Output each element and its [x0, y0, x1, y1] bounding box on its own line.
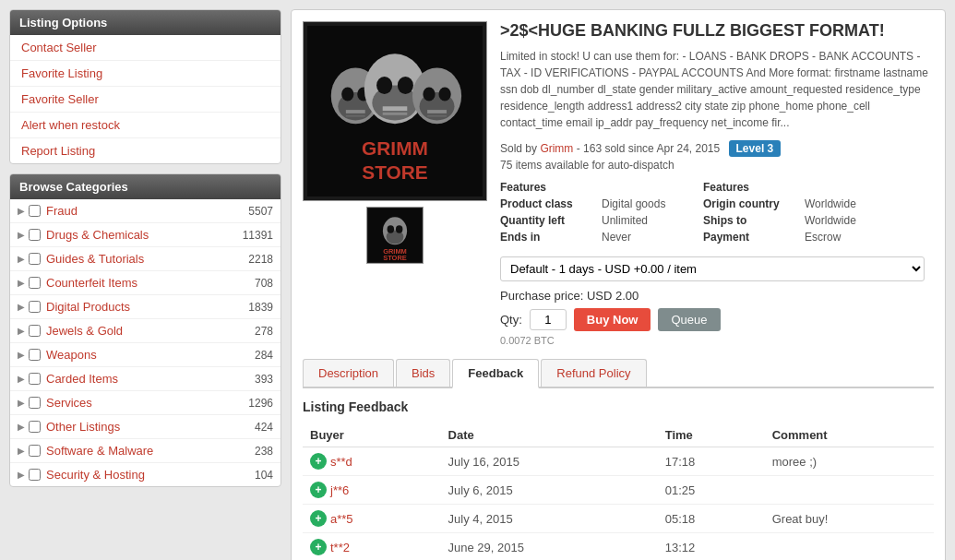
product-class-value: Digital goods — [602, 197, 665, 210]
cat-checkbox[interactable] — [29, 397, 41, 409]
positive-icon: + — [310, 482, 327, 498]
ships-to-label: Ships to — [703, 214, 805, 227]
feedback-buyer: +a**5 — [303, 505, 441, 533]
cat-expand-icon[interactable]: ▶ — [18, 374, 25, 384]
category-row-other-listings[interactable]: ▶ Other Listings 424 — [10, 415, 281, 439]
cat-checkbox[interactable] — [29, 469, 41, 481]
cat-checkbox[interactable] — [29, 253, 41, 265]
cat-checkbox[interactable] — [29, 421, 41, 433]
product-images: GRIMM STORE GRIMM STORE — [303, 21, 487, 346]
category-row-fraud[interactable]: ▶ Fraud 5507 — [10, 199, 281, 223]
svg-text:STORE: STORE — [383, 254, 407, 262]
features-header-left: Features — [500, 181, 685, 194]
feedback-section: Listing Feedback BuyerDateTimeComment +s… — [303, 399, 934, 560]
sidebar-link-report-listing[interactable]: Report Listing — [10, 138, 281, 163]
seller-link[interactable]: Grimm — [540, 142, 573, 155]
buyer-link[interactable]: j**6 — [330, 483, 349, 497]
cat-expand-icon[interactable]: ▶ — [18, 422, 25, 432]
cat-checkbox[interactable] — [29, 205, 41, 217]
cat-expand-icon[interactable]: ▶ — [18, 206, 25, 216]
cat-checkbox[interactable] — [29, 373, 41, 385]
feedback-buyer: +j**6 — [303, 476, 441, 505]
buyer-link[interactable]: a**5 — [330, 512, 353, 526]
category-row-digital-products[interactable]: ▶ Digital Products 1839 — [10, 295, 281, 319]
category-row-services[interactable]: ▶ Services 1296 — [10, 391, 281, 415]
feedback-date: July 6, 2015 — [441, 476, 658, 505]
cat-expand-icon[interactable]: ▶ — [18, 470, 25, 480]
origin-country-label: Origin country — [703, 197, 805, 210]
feedback-time: 17:18 — [658, 447, 765, 476]
cat-name: Counterfeit Items — [46, 276, 251, 290]
cat-expand-icon[interactable]: ▶ — [18, 446, 25, 456]
features-col-right: Features Origin country Worldwide Ships … — [703, 181, 888, 247]
tab-description[interactable]: Description — [303, 359, 394, 387]
cat-expand-icon[interactable]: ▶ — [18, 230, 25, 240]
feedback-date: July 4, 2015 — [441, 505, 658, 533]
queue-button[interactable]: Queue — [658, 308, 720, 331]
category-row-counterfeit-items[interactable]: ▶ Counterfeit Items 708 — [10, 271, 281, 295]
sidebar-link-favorite-seller[interactable]: Favorite Seller — [10, 87, 281, 113]
cat-count: 2218 — [248, 253, 273, 266]
cat-checkbox[interactable] — [29, 445, 41, 457]
thumbnail-image[interactable]: GRIMM STORE — [366, 207, 424, 264]
payment-value: Escrow — [805, 231, 841, 244]
cat-expand-icon[interactable]: ▶ — [18, 254, 25, 264]
quantity-left-row: Quantity left Unlimited — [500, 214, 685, 227]
tab-refund-policy[interactable]: Refund Policy — [541, 359, 646, 387]
cat-checkbox[interactable] — [29, 301, 41, 313]
feedback-time: 05:18 — [658, 505, 765, 533]
cat-name: Weapons — [46, 348, 251, 362]
cat-expand-icon[interactable]: ▶ — [18, 398, 25, 408]
tab-bids[interactable]: Bids — [396, 359, 450, 387]
positive-icon: + — [310, 539, 327, 555]
cat-name: Jewels & Gold — [46, 324, 251, 338]
sidebar-link-favorite-listing[interactable]: Favorite Listing — [10, 61, 281, 87]
cat-expand-icon[interactable]: ▶ — [18, 326, 25, 336]
cat-count: 278 — [255, 325, 273, 338]
level-badge: Level 3 — [729, 140, 782, 157]
sidebar-link-contact-seller[interactable]: Contact Seller — [10, 35, 281, 61]
main-content: GRIMM STORE GRIMM STORE — [291, 9, 946, 560]
buyer-link[interactable]: t**2 — [330, 541, 350, 554]
category-row-jewels-&-gold[interactable]: ▶ Jewels & Gold 278 — [10, 319, 281, 343]
feedback-row: +s**dJuly 16, 201517:18moree ;) — [303, 447, 934, 476]
cat-expand-icon[interactable]: ▶ — [18, 350, 25, 360]
category-row-weapons[interactable]: ▶ Weapons 284 — [10, 343, 281, 367]
shipping-select[interactable]: Default - 1 days - USD +0.00 / item — [500, 256, 925, 281]
cat-checkbox[interactable] — [29, 277, 41, 289]
quantity-left-label: Quantity left — [500, 214, 602, 227]
feedback-date: July 16, 2015 — [441, 447, 658, 476]
cat-checkbox[interactable] — [29, 349, 41, 361]
feedback-date: June 29, 2015 — [441, 533, 658, 561]
origin-country-value: Worldwide — [805, 197, 856, 210]
feedback-row: +j**6July 6, 201501:25 — [303, 476, 934, 505]
purchase-price-label: Purchase price: — [500, 289, 583, 303]
sidebar-link-alert-restock[interactable]: Alert when restock — [10, 113, 281, 138]
cat-count: 1296 — [248, 397, 273, 410]
product-class-label: Product class — [500, 197, 602, 210]
category-row-software-&-malware[interactable]: ▶ Software & Malware 238 — [10, 439, 281, 463]
qty-input[interactable] — [530, 309, 567, 330]
buy-now-button[interactable]: Buy Now — [574, 308, 651, 331]
cat-expand-icon[interactable]: ▶ — [18, 302, 25, 312]
ships-to-row: Ships to Worldwide — [703, 214, 888, 227]
features-col-left: Features Product class Digital goods Qua… — [500, 181, 685, 247]
feedback-section-title: Listing Feedback — [303, 399, 934, 414]
feedback-row: +a**5July 4, 201505:18Great buy! — [303, 505, 934, 533]
cat-expand-icon[interactable]: ▶ — [18, 278, 25, 288]
col-header-date: Date — [441, 423, 658, 447]
tab-feedback[interactable]: Feedback — [452, 359, 539, 388]
cat-checkbox[interactable] — [29, 229, 41, 241]
category-row-drugs-&-chemicals[interactable]: ▶ Drugs & Chemicals 11391 — [10, 223, 281, 247]
cat-checkbox[interactable] — [29, 325, 41, 337]
svg-point-25 — [396, 225, 402, 232]
buyer-link[interactable]: s**d — [330, 455, 352, 469]
category-row-carded-items[interactable]: ▶ Carded Items 393 — [10, 367, 281, 391]
ends-in-row: Ends in Never — [500, 231, 685, 244]
product-title: >2$<HUGE BANKING FULLZ BIGGEST FORMAT! — [500, 21, 934, 41]
quantity-left-value: Unlimited — [602, 214, 648, 227]
category-row-guides-&-tutorials[interactable]: ▶ Guides & Tutorials 2218 — [10, 247, 281, 271]
browse-categories-title: Browse Categories — [10, 174, 281, 199]
features-header-right: Features — [703, 181, 888, 194]
category-row-security-&-hosting[interactable]: ▶ Security & Hosting 104 — [10, 463, 281, 486]
